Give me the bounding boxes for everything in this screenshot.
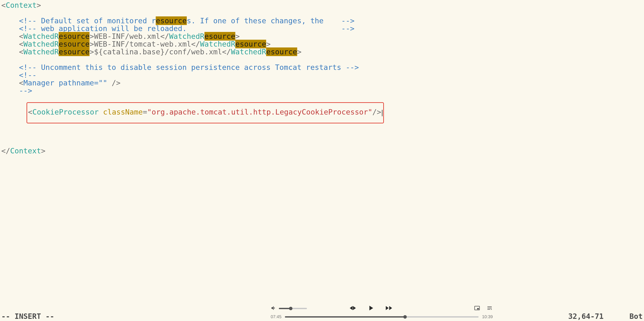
- seek-slider[interactable]: [285, 316, 478, 318]
- search-highlight: esource: [59, 32, 90, 40]
- search-highlight: esource: [59, 40, 90, 48]
- watchedresource-tag: WatchedR: [23, 48, 59, 56]
- comment-line: <!-- Default set of monitored r: [19, 16, 156, 25]
- watchedresource-value: WEB-INF/web.xml: [94, 32, 160, 40]
- annotation-box: <CookieProcessor className="org.apache.t…: [26, 102, 384, 124]
- play-button[interactable]: [367, 304, 375, 313]
- watchedresource-tag: WatchedR: [23, 32, 59, 40]
- manager-value: "": [98, 78, 107, 87]
- manager-attr: pathname: [59, 78, 94, 87]
- search-highlight: esource: [235, 40, 266, 48]
- rewind-button[interactable]: [348, 304, 357, 313]
- seek-fill: [285, 316, 405, 318]
- watchedresource-value: WEB-INF/tomcat-web.xml: [94, 40, 191, 48]
- comment-close: -->: [19, 86, 32, 95]
- pip-icon[interactable]: [474, 305, 480, 312]
- context-open-tag: Context: [6, 1, 36, 10]
- classname-attr: className: [103, 108, 143, 116]
- vim-location: Bot: [630, 312, 643, 320]
- classname-value: "org.apache.tomcat.util.http.LegacyCooki…: [147, 108, 372, 116]
- manager-tag: Manager: [23, 78, 54, 87]
- vim-mode: -- INSERT --: [1, 312, 54, 320]
- search-highlight: esource: [156, 16, 186, 25]
- code-editor[interactable]: <Context> <!-- Default set of monitored …: [0, 0, 644, 155]
- seek-thumb[interactable]: [403, 315, 407, 319]
- search-highlight: esource: [204, 32, 235, 40]
- comment-line: <!-- web application will be reloaded. -…: [19, 24, 354, 33]
- vim-position: 32,64-71: [568, 312, 630, 320]
- comment-line: <!-- Uncomment this to disable session p…: [19, 63, 359, 72]
- search-highlight: esource: [266, 48, 297, 56]
- search-highlight: esource: [59, 48, 90, 56]
- playlist-icon[interactable]: [486, 305, 493, 312]
- text-cursor: [382, 110, 382, 116]
- elapsed-time: 07:45: [271, 314, 282, 319]
- context-close-tag: Context: [10, 146, 41, 155]
- volume-icon[interactable]: [271, 305, 277, 312]
- forward-button[interactable]: [385, 304, 393, 313]
- cookieprocessor-tag: CookieProcessor: [32, 108, 98, 116]
- svg-rect-1: [477, 308, 479, 309]
- media-player: 07:45 10:39: [271, 303, 493, 321]
- total-time: 10:39: [482, 314, 493, 319]
- watchedresource-tag: WatchedR: [23, 40, 59, 48]
- volume-slider[interactable]: [279, 308, 307, 309]
- volume-thumb[interactable]: [289, 307, 292, 310]
- watchedresource-value: ${catalina.base}/conf/web.xml: [94, 48, 222, 56]
- comment-open: <!--: [19, 71, 37, 80]
